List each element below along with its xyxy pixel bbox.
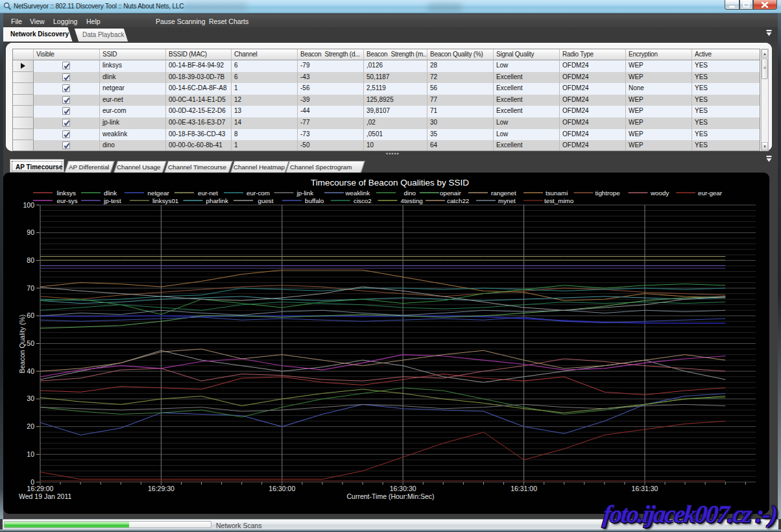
- svg-text:20: 20: [27, 422, 34, 430]
- svg-text:100: 100: [23, 201, 34, 209]
- svg-text:eur-gear: eur-gear: [698, 189, 723, 197]
- svg-text:eur-net: eur-net: [198, 189, 218, 197]
- svg-text:80: 80: [27, 256, 34, 264]
- svg-text:Timecourse of Beacon Qualities: Timecourse of Beacon Qualities by SSID: [311, 178, 469, 187]
- svg-text:test_mimo: test_mimo: [544, 197, 574, 204]
- svg-text:openair: openair: [440, 189, 461, 197]
- svg-text:50: 50: [27, 339, 34, 347]
- svg-text:weaklink: weaklink: [345, 189, 370, 197]
- svg-text:cisco2: cisco2: [354, 197, 372, 204]
- svg-text:16:30:00: 16:30:00: [269, 485, 295, 492]
- svg-text:pharlink: pharlink: [206, 197, 228, 204]
- svg-text:guest: guest: [258, 197, 274, 204]
- svg-text:jp-link: jp-link: [296, 189, 314, 197]
- svg-text:dino: dino: [404, 189, 416, 197]
- svg-text:70: 70: [27, 284, 34, 292]
- svg-text:16:29:00: 16:29:00: [27, 485, 54, 492]
- svg-text:16:30:30: 16:30:30: [390, 485, 416, 492]
- svg-text:60: 60: [27, 311, 34, 319]
- svg-text:10: 10: [27, 450, 34, 458]
- svg-text:16:29:30: 16:29:30: [148, 485, 174, 492]
- svg-text:rangenet: rangenet: [491, 189, 516, 197]
- svg-text:tightrope: tightrope: [595, 189, 621, 197]
- svg-text:4testing: 4testing: [401, 197, 423, 204]
- svg-text:dlink: dlink: [104, 189, 117, 197]
- svg-text:jp-test: jp-test: [103, 197, 121, 204]
- svg-text:30: 30: [27, 394, 34, 402]
- svg-text:netgear: netgear: [148, 189, 170, 197]
- svg-text:Beacon Quality (%): Beacon Quality (%): [18, 315, 26, 373]
- svg-text:90: 90: [27, 228, 34, 236]
- svg-text:mynet: mynet: [498, 197, 516, 204]
- svg-text:40: 40: [27, 367, 34, 375]
- svg-text:catch22: catch22: [447, 197, 469, 204]
- svg-text:tsunami: tsunami: [546, 189, 568, 197]
- svg-text:eur-sys: eur-sys: [57, 197, 78, 204]
- svg-text:buffalo: buffalo: [305, 197, 324, 204]
- svg-text:16:31:00: 16:31:00: [511, 485, 537, 492]
- svg-text:woody: woody: [650, 189, 669, 197]
- svg-text:linksys01: linksys01: [152, 197, 178, 204]
- svg-text:linksys: linksys: [57, 189, 76, 197]
- svg-text:16:31:30: 16:31:30: [632, 485, 658, 492]
- svg-text:eur-com: eur-com: [246, 189, 270, 197]
